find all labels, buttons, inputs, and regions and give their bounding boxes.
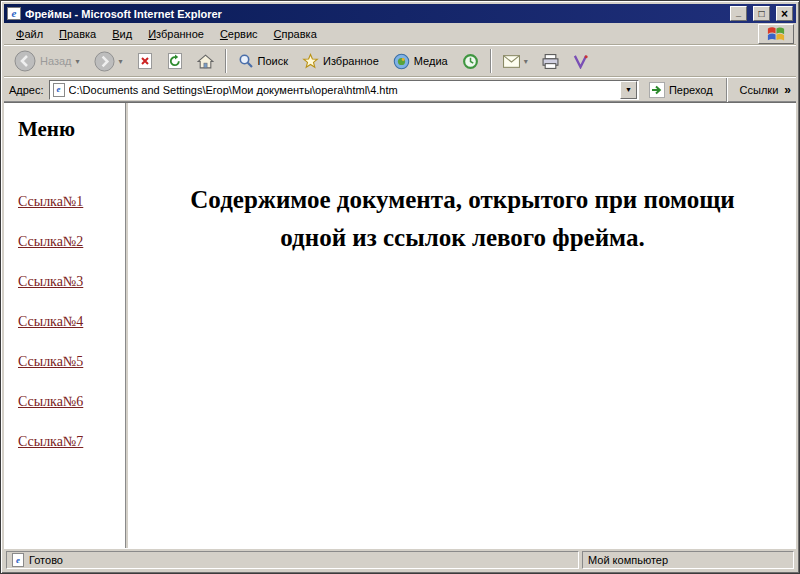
favorites-star-icon [302, 53, 319, 69]
toolbar-separator [490, 49, 492, 73]
menu-link-2[interactable]: Ссылка№2 [18, 234, 115, 250]
media-icon [393, 53, 410, 70]
go-button[interactable]: Переход [644, 80, 718, 100]
standard-toolbar: Назад ▾ ▾ [4, 45, 796, 77]
menu-item-view[interactable]: Вид [104, 25, 140, 43]
status-text: Готово [29, 554, 63, 566]
toolbar-separator [225, 49, 227, 73]
menu-link-4[interactable]: Ссылка№4 [18, 314, 115, 330]
minimize-button[interactable]: _ [730, 6, 747, 21]
search-button[interactable]: Поиск [232, 47, 294, 75]
print-button[interactable] [536, 47, 565, 75]
status-panel-main: e Готово [6, 551, 579, 569]
menu-item-edit[interactable]: Правка [51, 25, 104, 43]
forward-button[interactable]: ▾ [88, 47, 129, 75]
browser-window: e Фреймы - Microsoft Internet Explorer _… [0, 0, 800, 574]
edit-icon [573, 54, 588, 69]
menu-item-help[interactable]: Справка [266, 25, 325, 43]
media-button[interactable]: Медиа [387, 47, 454, 75]
home-icon [197, 54, 214, 69]
search-label: Поиск [258, 55, 288, 67]
menu-frame-links: Ссылка№1 Ссылка№2 Ссылка№3 Ссылка№4 Ссыл… [18, 194, 115, 450]
security-zone-text: Мой компьютер [588, 554, 668, 566]
home-button[interactable] [191, 47, 220, 75]
address-label: Адрес: [9, 84, 44, 96]
menu-frame: Меню Ссылка№1 Ссылка№2 Ссылка№3 Ссылка№4… [4, 103, 125, 548]
menu-link-1[interactable]: Ссылка№1 [18, 194, 115, 210]
window-title: Фреймы - Microsoft Internet Explorer [25, 8, 724, 20]
menu-item-favorites[interactable]: Избранное [140, 25, 212, 43]
favorites-button[interactable]: Избранное [296, 47, 385, 75]
document-text: Содержимое документа, открытого при помо… [163, 181, 763, 256]
history-button[interactable] [456, 47, 485, 75]
address-value: C:\Documents and Settings\Егор\Мои докум… [69, 84, 616, 96]
refresh-icon [167, 53, 183, 69]
links-overflow-icon[interactable]: » [784, 83, 791, 97]
forward-icon [94, 51, 115, 72]
links-toolbar[interactable]: Ссылки » [736, 83, 791, 97]
ie-logo-icon: e [7, 7, 21, 20]
history-icon [462, 53, 479, 70]
menu-frame-title: Меню [18, 117, 115, 142]
stop-icon [137, 53, 153, 69]
print-icon [542, 54, 559, 69]
page-content: Меню Ссылка№1 Ссылка№2 Ссылка№3 Ссылка№4… [4, 102, 796, 548]
stop-button[interactable] [131, 47, 159, 75]
refresh-button[interactable] [161, 47, 189, 75]
status-page-icon: e [12, 553, 24, 567]
mail-dropdown-icon: ▾ [524, 57, 528, 66]
address-dropdown-button[interactable]: ▼ [620, 81, 637, 99]
address-bar: Адрес: e C:\Documents and Settings\Егор\… [4, 77, 796, 102]
menu-link-7[interactable]: Ссылка№7 [18, 434, 115, 450]
title-bar[interactable]: e Фреймы - Microsoft Internet Explorer _… [4, 4, 796, 23]
back-label: Назад [40, 55, 72, 67]
windows-flag-icon [758, 24, 794, 44]
menu-link-5[interactable]: Ссылка№5 [18, 354, 115, 370]
menu-bar: Файл Правка Вид Избранное Сервис Справка [4, 23, 796, 45]
back-icon [14, 50, 36, 72]
maximize-button[interactable]: □ [753, 6, 770, 21]
menu-item-tools[interactable]: Сервис [212, 25, 266, 43]
search-icon [238, 53, 254, 69]
menu-item-file[interactable]: Файл [8, 25, 51, 43]
go-label: Переход [669, 84, 713, 96]
media-label: Медиа [414, 55, 448, 67]
page-icon: e [53, 83, 65, 97]
menu-link-6[interactable]: Ссылка№6 [18, 394, 115, 410]
menu-link-3[interactable]: Ссылка№3 [18, 274, 115, 290]
close-button[interactable]: × [776, 6, 793, 21]
document-frame: Содержимое документа, открытого при помо… [129, 103, 796, 548]
forward-dropdown-icon: ▾ [119, 57, 123, 66]
favorites-label: Избранное [323, 55, 379, 67]
status-bar: e Готово Мой компьютер [4, 548, 796, 570]
edit-button[interactable] [567, 47, 594, 75]
links-label: Ссылки [740, 84, 779, 96]
mail-button[interactable]: ▾ [497, 47, 534, 75]
status-panel-zone: Мой компьютер [582, 551, 794, 569]
back-dropdown-icon: ▾ [76, 57, 80, 66]
addressbar-separator [726, 78, 728, 102]
mail-icon [503, 55, 520, 68]
address-input[interactable]: e C:\Documents and Settings\Егор\Мои док… [49, 80, 639, 100]
back-button[interactable]: Назад ▾ [8, 47, 86, 75]
go-arrow-icon [649, 82, 665, 98]
